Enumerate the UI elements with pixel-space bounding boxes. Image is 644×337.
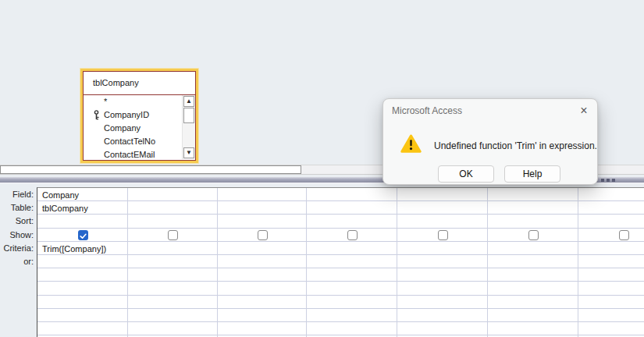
field-list-title[interactable]: tblCompany [84,72,195,95]
splitter-grip-icon [601,178,617,182]
show-checkbox[interactable] [78,230,88,240]
show-checkbox[interactable] [619,230,629,240]
ok-button[interactable]: OK [438,165,494,183]
grid-row-label: or: [0,255,34,268]
primary-key-icon [93,110,100,120]
field-name: * [104,97,107,106]
grid-row-label: Table: [0,201,34,215]
close-icon[interactable]: × [575,102,592,119]
grid-cell-field[interactable]: Company [42,189,79,201]
field-list-item[interactable]: ContactTelNo [84,135,195,148]
grid-cell-table[interactable]: tblCompany [42,202,88,215]
field-name: Company [104,123,141,133]
access-query-design-view: tblCompany *CompanyIDCompanyContactTelNo… [0,0,644,337]
field-list-tblcompany[interactable]: tblCompany *CompanyIDCompanyContactTelNo… [80,69,198,163]
scroll-up-icon: ▲ [186,98,192,105]
dialog-message: Undefined function 'Trim' in expression. [434,140,597,151]
horizontal-scrollbar-thumb[interactable] [0,165,301,174]
scrollbar-thumb[interactable] [183,108,194,123]
field-list-inner: tblCompany *CompanyIDCompanyContactTelNo… [83,71,196,161]
grid-row-line [37,295,644,296]
grid-column-line [306,188,307,337]
scroll-down-icon: ▼ [186,149,192,156]
message-dialog: Microsoft Access × Undefined function 'T… [382,98,598,185]
grid-row-label: Show: [0,229,34,242]
field-list-item[interactable]: * [84,95,195,108]
field-name: ContactEMail [104,150,155,159]
grid-row-line [37,214,644,215]
grid-row-line [37,321,644,322]
grid-row-line [37,308,644,309]
show-checkbox[interactable] [258,230,268,240]
field-list-body: *CompanyIDCompanyContactTelNoContactEMai… [84,95,195,159]
grid-row-line [37,254,644,255]
grid-row-line [37,268,644,268]
field-list-items: *CompanyIDCompanyContactTelNoContactEMai… [84,95,195,159]
field-name: ContactTelNo [104,137,155,146]
grid-column-line [487,188,488,337]
field-list-item[interactable]: Company [84,122,195,135]
grid-column-line [397,188,397,337]
grid-row-line [37,200,644,201]
scroll-down-button[interactable]: ▼ [183,147,194,158]
field-list-item[interactable]: ContactEMail [84,148,195,159]
grid-column-line [578,188,578,337]
grid-cell-criteria[interactable]: Trim([Company]) [42,243,106,255]
show-checkbox[interactable] [438,230,448,240]
help-button[interactable]: Help [504,165,560,183]
grid-row-label: Sort: [0,215,34,228]
show-checkbox[interactable] [528,230,539,240]
scroll-up-button[interactable]: ▲ [183,96,194,107]
grid-column-line [127,188,128,337]
grid-row-label: Criteria: [0,242,34,255]
field-name: CompanyID [104,110,149,119]
grid-row-line [37,281,644,282]
grid-row-line [37,335,644,335]
show-checkbox[interactable] [347,230,358,240]
show-checkbox[interactable] [168,230,178,240]
grid-column-line [217,188,218,337]
dialog-title: Microsoft Access [392,105,462,116]
field-list-item[interactable]: CompanyID [84,108,195,122]
grid-row-label: Field: [0,188,34,201]
query-design-grid[interactable]: CompanytblCompanyTrim([Company]) [37,187,644,337]
grid-row-line [37,241,644,242]
warning-icon [400,133,422,154]
grid-row-line [37,228,644,229]
field-list-scrollbar: ▲ ▼ [182,95,195,159]
